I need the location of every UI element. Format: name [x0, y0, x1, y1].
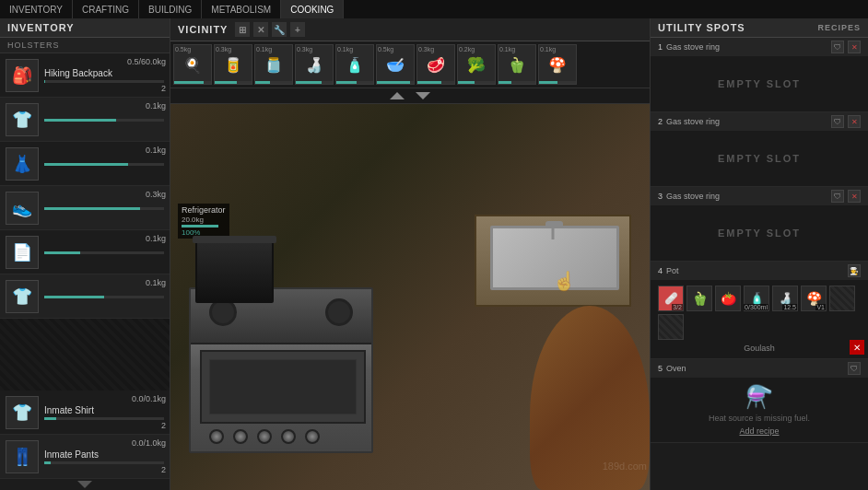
ingredient-3[interactable]: 🍅 [715, 286, 741, 311]
item-weight: 0.1kg [146, 101, 166, 111]
empty-slot-text-2: EMPTY SLOT [718, 153, 801, 164]
slot-number-3: 3 [658, 192, 663, 201]
tab-cooking[interactable]: COOKING [281, 0, 344, 18]
slot-shield-icon-5[interactable]: 🛡 [848, 362, 861, 375]
tab-inventory[interactable]: INVENTORY [0, 0, 73, 18]
filter-icon[interactable]: ⊞ [235, 22, 250, 37]
filter3-icon[interactable]: 🔧 [272, 22, 287, 37]
tab-crafting[interactable]: CRAFTING [73, 0, 139, 18]
scroll-up-icon[interactable] [390, 92, 405, 99]
slot-name-3: Gas stove ring [666, 192, 720, 201]
slot-header-5: 5 Oven 🛡 [651, 359, 868, 378]
vicinity-item[interactable]: 0.2kg 🥦 [457, 44, 496, 85]
slot-chef-icon-4[interactable]: 👨‍🍳 [848, 264, 861, 277]
utility-slot-1: 1 Gas stove ring 🛡 ✕ EMPTY SLOT [651, 38, 868, 112]
vicinity-item[interactable]: 0.1kg 🫙 [254, 44, 293, 85]
utility-panel: UTILITY SPOTS RECIPES 1 Gas stove ring 🛡… [650, 18, 868, 490]
item-weight: 0.1kg [146, 278, 166, 287]
slot-header-4: 4 Pot 👨‍🍳 [651, 262, 868, 280]
item-icon-shoes: 👟 [6, 192, 39, 225]
utility-title: UTILITY SPOTS [658, 22, 745, 33]
oven-slot-body[interactable]: ⚗️ Heat source is missing fuel. Add reci… [651, 378, 868, 442]
vicinity-item[interactable]: 0.1kg 🍄 [538, 44, 577, 85]
slot-number-4: 4 [658, 266, 663, 275]
vicinity-item[interactable]: 0.3kg 🥫 [214, 44, 252, 85]
ingredient-6[interactable]: 🍄 V1 [801, 286, 827, 311]
item-weight: 0.0/1.0kg [132, 438, 166, 448]
slot-x-button-4[interactable]: ✕ [850, 340, 864, 355]
slot-body-3[interactable]: EMPTY SLOT [651, 205, 868, 261]
item-icon-inmate-shirt: 👕 [6, 396, 39, 429]
item-icon-shirt3: 👕 [6, 280, 39, 313]
slot-name-2: Gas stove ring [666, 117, 720, 126]
slot-body-4[interactable]: 🩹 3/2 🫑 🍅 🧴 0/300ml 🍶 12.5 [651, 280, 868, 358]
fridge-label: Refrigerator 20.0kg 100% [178, 204, 229, 239]
item-count: 2 [161, 465, 166, 474]
utility-slot-5: 5 Oven 🛡 ⚗️ Heat source is missing fuel.… [651, 359, 868, 443]
vicinity-item[interactable]: 0.3kg 🥩 [416, 44, 455, 85]
list-item[interactable]: 👟 0.3kg [0, 186, 170, 230]
item-name: Inmate Shirt [44, 405, 164, 415]
add-recipe-button[interactable]: Add recipe [739, 426, 779, 436]
vicinity-item[interactable]: 0.5kg 🥣 [376, 44, 415, 85]
ingredient-2[interactable]: 🫑 [686, 286, 712, 311]
item-name: Hiking Backpack [44, 68, 164, 78]
slot-body-2[interactable]: EMPTY SLOT [651, 131, 868, 186]
slot-shield-icon-2[interactable]: 🛡 [831, 115, 844, 128]
item-weight: 0.1kg [146, 146, 166, 155]
list-item[interactable]: 👗 0.1kg [0, 142, 170, 186]
item-name: Inmate Pants [44, 449, 164, 460]
slot-x-icon-2[interactable]: ✕ [848, 115, 861, 128]
slot-name-1: Gas stove ring [666, 42, 720, 52]
oven-message: Heat source is missing fuel. [709, 414, 810, 423]
empty-slot-text-1: EMPTY SLOT [718, 78, 801, 89]
list-item[interactable]: 👕 Inmate Shirt 0.0/0.1kg 2 [0, 391, 170, 435]
list-item[interactable]: 🎒 Hiking Backpack 0.5/60.0kg 2 [0, 53, 170, 98]
vicinity-title: VICINITY [178, 24, 228, 35]
slot-shield-icon-3[interactable]: 🛡 [831, 190, 844, 203]
list-item[interactable]: 👕 0.1kg [0, 274, 170, 319]
ingredient-empty-2[interactable] [658, 314, 684, 340]
ingredient-5[interactable]: 🍶 12.5 [772, 286, 798, 311]
slot-body-1[interactable]: EMPTY SLOT [651, 56, 868, 111]
inventory-panel: INVENTORY HOLSTERS 🎒 Hiking Backpack 0.5… [0, 18, 170, 490]
game-background: Refrigerator 20.0kg 100% [170, 104, 650, 490]
utility-slot-2: 2 Gas stove ring 🛡 ✕ EMPTY SLOT [651, 112, 868, 187]
list-item[interactable]: 📄 0.1kg [0, 230, 170, 274]
vicinity-item[interactable]: 0.1kg 🧴 [335, 44, 374, 85]
vicinity-item[interactable]: 0.3kg 🍶 [295, 44, 334, 85]
filter2-icon[interactable]: ✕ [253, 22, 268, 37]
vicinity-header: VICINITY ⊞ ✕ 🔧 + [170, 18, 650, 41]
pot-ingredients: 🩹 3/2 🫑 🍅 🧴 0/300ml 🍶 12.5 [658, 286, 861, 340]
item-icon-inmate-pants: 👖 [6, 440, 39, 473]
slot-x-icon-1[interactable]: ✕ [848, 41, 861, 53]
list-item[interactable]: 👖 Inmate Pants 0.0/1.0kg 2 [0, 435, 170, 479]
vicinity-item[interactable]: 0.5kg 🍳 [173, 44, 212, 85]
item-count: 2 [161, 421, 166, 430]
filter4-icon[interactable]: + [290, 22, 305, 37]
tab-building[interactable]: BUILDING [139, 0, 202, 18]
slot-shield-icon-1[interactable]: 🛡 [831, 41, 844, 53]
empty-slot-text-3: EMPTY SLOT [718, 228, 801, 239]
vicinity-panel: VICINITY ⊞ ✕ 🔧 + 0.5kg 🍳 0.3kg 🥫 0.1kg 🫙… [170, 18, 650, 490]
recipes-button[interactable]: RECIPES [817, 23, 861, 32]
pot-recipe-name: Goulash [658, 344, 861, 353]
ingredient-4[interactable]: 🧴 0/300ml [744, 286, 769, 311]
holster-header: HOLSTERS [0, 38, 170, 53]
ingredient-empty-1[interactable] [829, 286, 855, 311]
game-viewport: Refrigerator 20.0kg 100% [170, 104, 650, 490]
item-info: Hiking Backpack [44, 68, 164, 83]
item-count: 2 [161, 84, 166, 93]
cooking-pot-icon: ⚗️ [745, 384, 773, 410]
item-weight: 0.3kg [146, 190, 166, 199]
item-weight: 0.1kg [146, 234, 166, 243]
vicinity-item[interactable]: 0.1kg 🫑 [498, 44, 536, 85]
ingredient-1[interactable]: 🩹 3/2 [658, 286, 684, 311]
tab-metabolism[interactable]: METABOLISM [202, 0, 281, 18]
list-item[interactable]: 👕 0.1kg [0, 98, 170, 142]
slot-x-icon-3[interactable]: ✕ [848, 190, 861, 203]
scroll-down-icon[interactable] [416, 92, 430, 99]
vicinity-icons: ⊞ ✕ 🔧 + [235, 22, 305, 37]
slot-number-5: 5 [658, 364, 663, 373]
item-icon-shirt: 👕 [6, 103, 39, 136]
